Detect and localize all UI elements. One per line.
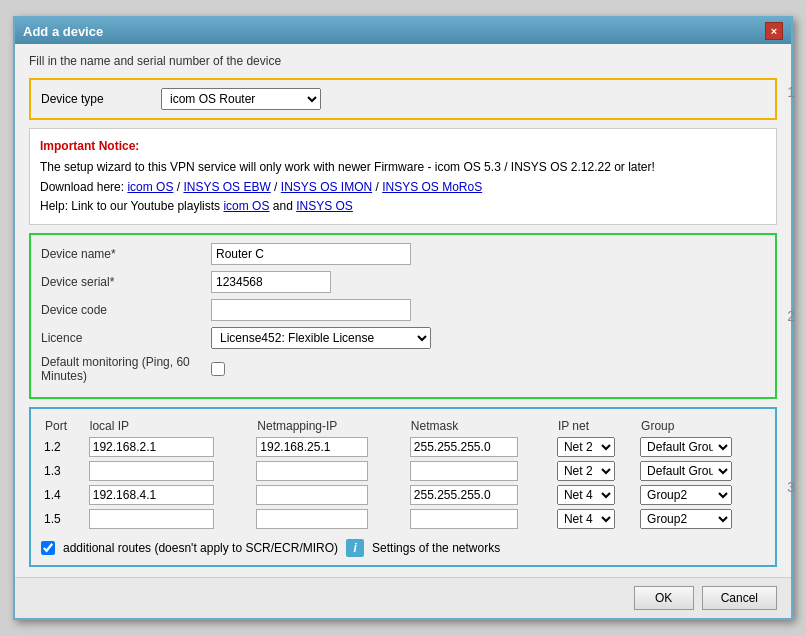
dialog-footer: OK Cancel — [15, 577, 791, 618]
link-insys-os-yt[interactable]: INSYS OS — [296, 199, 353, 213]
device-serial-input[interactable] — [211, 271, 331, 293]
additional-routes-checkbox[interactable] — [41, 541, 55, 555]
port-label: 1.3 — [41, 459, 86, 483]
device-type-label: Device type — [41, 92, 161, 106]
netmask-input[interactable] — [410, 509, 518, 529]
device-type-select[interactable]: icom OS Router icom OS Switch icom OS Ga… — [161, 88, 321, 110]
group-select[interactable]: Default Group Group2 — [640, 485, 732, 505]
device-code-input[interactable] — [211, 299, 411, 321]
group-select[interactable]: Default Group Group2 — [640, 437, 732, 457]
licence-label: Licence — [41, 331, 211, 345]
default-monitoring-label: Default monitoring (Ping, 60 Minutes) — [41, 355, 211, 383]
default-monitoring-checkbox[interactable] — [211, 362, 225, 376]
local-ip-input[interactable] — [89, 437, 214, 457]
netmapping-ip-input[interactable] — [256, 461, 368, 481]
col-header-netmask: Netmask — [407, 417, 554, 435]
add-device-dialog: Add a device × Fill in the name and seri… — [13, 16, 793, 620]
port-label: 1.2 — [41, 435, 86, 459]
ipnet-select[interactable]: Net 2 Net 4 — [557, 437, 615, 457]
ipnet-select[interactable]: Net 2 Net 4 — [557, 485, 615, 505]
local-ip-input[interactable] — [89, 485, 214, 505]
table-row: 1.3 Net 2 Net 4 — [41, 459, 765, 483]
settings-label: Settings of the networks — [372, 541, 500, 555]
device-name-input[interactable] — [211, 243, 411, 265]
col-header-localip: local IP — [86, 417, 254, 435]
notice-text: The setup wizard to this VPN service wil… — [40, 158, 766, 216]
additional-routes-row: additional routes (doesn't apply to SCR/… — [41, 539, 765, 557]
link-icom-os[interactable]: icom OS — [127, 180, 173, 194]
netmask-input[interactable] — [410, 461, 518, 481]
col-header-ipnet: IP net — [554, 417, 637, 435]
device-name-row: Device name* — [41, 243, 765, 265]
netmask-input[interactable] — [410, 437, 518, 457]
section2-number: 2 — [787, 308, 795, 324]
local-ip-input[interactable] — [89, 461, 214, 481]
port-label: 1.5 — [41, 507, 86, 531]
device-serial-row: Device serial* — [41, 271, 765, 293]
link-insys-ebw[interactable]: INSYS OS EBW — [183, 180, 270, 194]
col-header-netmapping: Netmapping-IP — [253, 417, 406, 435]
netmapping-ip-input[interactable] — [256, 509, 368, 529]
link-insys-moros[interactable]: INSYS OS MoRoS — [382, 180, 482, 194]
section2-device-details: Device name* Device serial* Device code … — [29, 233, 777, 399]
group-select[interactable]: Default Group Group2 — [640, 509, 732, 529]
licence-select[interactable]: License452: Flexible License License101:… — [211, 327, 431, 349]
device-code-row: Device code — [41, 299, 765, 321]
group-select[interactable]: Default Group Group2 — [640, 461, 732, 481]
section3-number: 3 — [787, 479, 795, 495]
ipnet-select[interactable]: Net 2 Net 4 — [557, 509, 615, 529]
dialog-titlebar: Add a device × — [15, 18, 791, 44]
netmapping-ip-input[interactable] — [256, 485, 368, 505]
notice-title: Important Notice: — [40, 137, 766, 156]
device-name-label: Device name* — [41, 247, 211, 261]
section1-number: 1 — [787, 84, 795, 100]
local-ip-input[interactable] — [89, 509, 214, 529]
netmapping-ip-input[interactable] — [256, 437, 368, 457]
netmask-input[interactable] — [410, 485, 518, 505]
ipnet-select[interactable]: Net 2 Net 4 — [557, 461, 615, 481]
link-insys-imon[interactable]: INSYS OS IMON — [281, 180, 372, 194]
device-serial-label: Device serial* — [41, 275, 211, 289]
port-label: 1.4 — [41, 483, 86, 507]
dialog-subtitle: Fill in the name and serial number of th… — [29, 54, 777, 68]
device-code-label: Device code — [41, 303, 211, 317]
ok-button[interactable]: OK — [634, 586, 694, 610]
table-row: 1.2 Net 2 Net 4 — [41, 435, 765, 459]
section1-device-type: Device type icom OS Router icom OS Switc… — [29, 78, 777, 120]
link-icom-os-yt[interactable]: icom OS — [223, 199, 269, 213]
dialog-title: Add a device — [23, 24, 103, 39]
table-row: 1.5 Net 2 Net 4 — [41, 507, 765, 531]
col-header-group: Group — [637, 417, 765, 435]
network-table: Port local IP Netmapping-IP Netmask IP n… — [41, 417, 765, 531]
close-button[interactable]: × — [765, 22, 783, 40]
info-icon: i — [346, 539, 364, 557]
table-row: 1.4 Net 2 Net 4 — [41, 483, 765, 507]
licence-row: Licence License452: Flexible License Lic… — [41, 327, 765, 349]
notice-box: Important Notice: The setup wizard to th… — [29, 128, 777, 225]
additional-routes-label: additional routes (doesn't apply to SCR/… — [63, 541, 338, 555]
section3-network: Port local IP Netmapping-IP Netmask IP n… — [29, 407, 777, 567]
col-header-port: Port — [41, 417, 86, 435]
cancel-button[interactable]: Cancel — [702, 586, 777, 610]
default-monitoring-row: Default monitoring (Ping, 60 Minutes) — [41, 355, 765, 383]
